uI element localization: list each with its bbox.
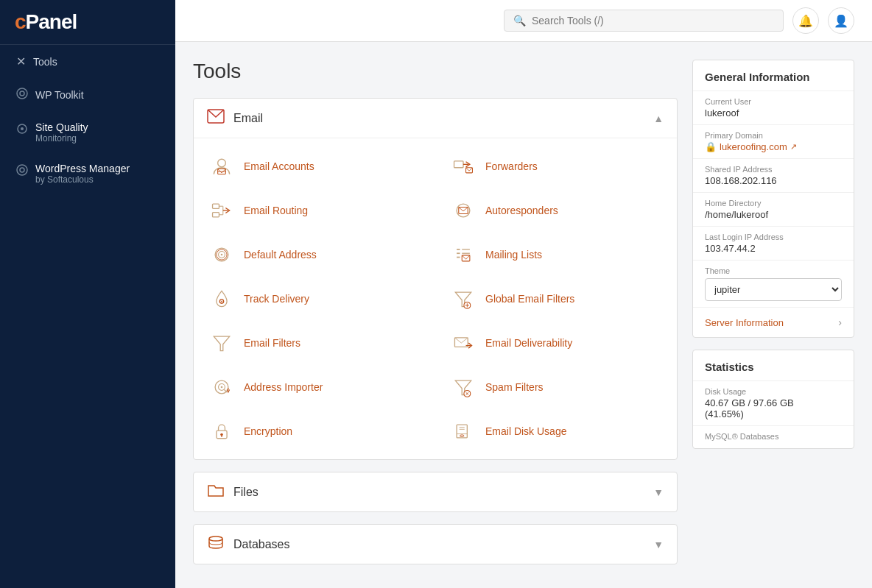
files-section: Files ▼ <box>193 472 678 512</box>
primary-domain-label: Primary Domain <box>705 131 842 140</box>
email-section-header[interactable]: Email ▲ <box>194 99 677 138</box>
svg-point-5 <box>20 168 24 172</box>
primary-domain-text: lukeroofing.com <box>720 141 787 152</box>
disk-usage-value-text: 40.67 GB / 97.66 GB <box>705 397 794 408</box>
sidebar-item-wp-toolkit-label: WP Toolkit <box>35 89 84 101</box>
primary-domain-value[interactable]: 🔒 lukeroofing.com ↗ <box>705 141 842 152</box>
email-section: Email ▲ <box>193 98 678 460</box>
site-quality-label2: Monitoring <box>35 133 88 144</box>
email-section-icon <box>207 109 225 127</box>
tool-email-deliverability[interactable]: Email Deliverability <box>435 321 677 365</box>
wordpress-manager-label2: by Softaculous <box>35 174 130 185</box>
default-address-icon-wrap <box>208 241 235 268</box>
notifications-button[interactable]: 🔔 <box>792 7 819 34</box>
spam-filters-icon-wrap <box>450 374 477 400</box>
files-section-title: Files <box>233 486 259 499</box>
last-login-value: 103.47.44.2 <box>705 243 842 254</box>
tool-encryption[interactable]: Encryption <box>194 409 435 453</box>
tool-address-importer[interactable]: Address Importer <box>194 365 435 409</box>
last-login-label: Last Login IP Address <box>705 233 842 241</box>
svg-marker-37 <box>214 336 229 351</box>
mysql-label: MySQL® Databases <box>705 432 842 441</box>
svg-point-3 <box>21 127 24 130</box>
svg-point-7 <box>218 159 226 167</box>
wordpress-manager-label1: WordPress Manager <box>35 163 130 174</box>
primary-domain-row: Primary Domain 🔒 lukeroofing.com ↗ <box>693 124 854 158</box>
cpanel-logo: cPanel <box>15 10 77 34</box>
tool-autoresponders[interactable]: Autoresponders <box>435 188 677 233</box>
general-info-title: General Information <box>693 60 854 91</box>
home-dir-label: Home Directory <box>705 199 842 208</box>
autoresponders-icon-wrap <box>450 197 477 224</box>
svg-rect-13 <box>213 204 219 208</box>
files-section-title-group: Files <box>207 483 259 501</box>
server-info-row[interactable]: Server Information › <box>693 307 854 337</box>
shared-ip-label: Shared IP Address <box>705 165 842 174</box>
tool-forwarders[interactable]: Forwarders <box>435 144 677 188</box>
email-filters-label: Email Filters <box>244 337 300 349</box>
tool-email-disk-usage[interactable]: Email Disk Usage <box>435 409 677 453</box>
default-address-label: Default Address <box>244 249 317 261</box>
tool-track-delivery[interactable]: Track Delivery <box>194 277 435 321</box>
content-area: Tools Email ▲ <box>175 42 872 588</box>
server-info-chevron-icon: › <box>838 316 842 328</box>
email-tools-grid: Email Accounts <box>194 138 677 459</box>
mailing-lists-icon-wrap <box>450 241 477 268</box>
tool-spam-filters[interactable]: Spam Filters <box>435 365 677 409</box>
email-disk-usage-label: Email Disk Usage <box>485 425 566 437</box>
mailing-lists-label: Mailing Lists <box>485 249 542 261</box>
main-content: 🔍 🔔 👤 Tools <box>175 0 872 588</box>
last-login-row: Last Login IP Address 103.47.44.2 <box>693 226 854 260</box>
lock-icon: 🔒 <box>705 141 717 152</box>
shared-ip-value: 108.168.202.116 <box>705 175 842 186</box>
left-panel: Tools Email ▲ <box>193 60 678 570</box>
email-disk-usage-icon-wrap <box>450 418 477 444</box>
disk-usage-pct: (41.65%) <box>705 408 744 419</box>
files-section-icon <box>207 483 225 501</box>
shared-ip-row: Shared IP Address 108.168.202.116 <box>693 158 854 192</box>
sidebar-item-wordpress-manager[interactable]: WordPress Manager by Softaculous <box>0 153 175 194</box>
user-button[interactable]: 👤 <box>828 7 854 34</box>
svg-point-32 <box>221 301 222 302</box>
search-icon: 🔍 <box>513 15 526 26</box>
site-quality-label1: Site Quality <box>35 121 88 133</box>
svg-rect-51 <box>457 425 467 438</box>
sidebar-item-tools[interactable]: ✕ Tools <box>0 45 175 78</box>
tool-email-routing[interactable]: Email Routing <box>194 188 435 233</box>
email-filters-icon-wrap <box>208 330 235 356</box>
svg-rect-10 <box>454 161 463 168</box>
email-deliverability-label: Email Deliverability <box>485 337 572 349</box>
current-user-label: Current User <box>705 97 842 106</box>
tool-email-filters[interactable]: Email Filters <box>194 321 435 365</box>
sidebar-item-wp-toolkit[interactable]: WP Toolkit <box>0 78 175 112</box>
search-input[interactable] <box>532 15 774 26</box>
tool-mailing-lists[interactable]: Mailing Lists <box>435 233 677 277</box>
theme-select[interactable]: jupiter paper_lantern <box>705 278 842 301</box>
svg-rect-14 <box>213 213 219 217</box>
svg-point-49 <box>220 433 223 436</box>
server-info-label: Server Information <box>705 317 784 328</box>
home-dir-value: /home/lukeroof <box>705 209 842 220</box>
svg-point-4 <box>17 165 27 175</box>
theme-row: Theme jupiter paper_lantern <box>693 260 854 307</box>
tool-email-accounts[interactable]: Email Accounts <box>194 144 435 188</box>
bell-icon: 🔔 <box>798 14 813 28</box>
tool-global-email-filters[interactable]: Global Email Filters <box>435 277 677 321</box>
svg-point-22 <box>221 254 223 256</box>
track-delivery-icon-wrap <box>208 286 235 312</box>
spam-filters-label: Spam Filters <box>485 381 544 393</box>
svg-point-41 <box>221 386 223 389</box>
email-chevron-up-icon: ▲ <box>653 113 664 124</box>
email-routing-label: Email Routing <box>244 205 308 216</box>
encryption-icon-wrap <box>208 418 235 444</box>
global-email-filters-icon-wrap <box>450 286 477 312</box>
search-box[interactable]: 🔍 <box>504 10 784 32</box>
files-section-header[interactable]: Files ▼ <box>194 472 677 511</box>
databases-section-header[interactable]: Databases ▼ <box>194 525 677 564</box>
disk-usage-label: Disk Usage <box>705 387 842 396</box>
tool-default-address[interactable]: Default Address <box>194 233 435 277</box>
statistics-title: Statistics <box>693 350 854 380</box>
disk-usage-value: 40.67 GB / 97.66 GB (41.65%) <box>705 397 842 419</box>
wordpress-manager-icon <box>16 164 28 179</box>
sidebar-item-site-quality[interactable]: Site Quality Monitoring <box>0 112 175 153</box>
